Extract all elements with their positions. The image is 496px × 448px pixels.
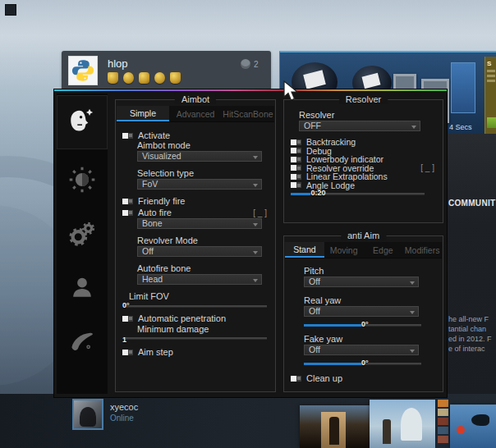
real-yaw-dropdown[interactable]: Off (304, 306, 419, 317)
players-person-icon (67, 273, 97, 303)
pitch-dropdown[interactable]: Off (304, 277, 419, 287)
chevron-down-icon (253, 279, 258, 282)
aimbot-panel: Aimbot Simple Advanced HitScanBone Activ… (115, 99, 276, 392)
profile-avatar[interactable] (68, 56, 98, 85)
real-yaw-value: 0° (361, 320, 369, 328)
mouse-cursor-icon (282, 80, 302, 103)
app-window-icon[interactable] (5, 4, 16, 16)
auto-fire-hotkey[interactable]: [ _ ] (253, 208, 267, 217)
python-logo-icon (71, 58, 95, 83)
gold-badge-icon[interactable] (154, 72, 165, 84)
community-section: COMMUNITY he all-new F tantial chan ed i… (448, 134, 496, 394)
resolver-dropdown[interactable]: OFF (299, 121, 420, 131)
lowerbody-indicator-checkbox[interactable] (291, 157, 301, 162)
gold-badge-icon[interactable] (170, 72, 181, 84)
activate-checkbox[interactable] (122, 133, 133, 139)
antiaim-tabbar: Stand Moving Edge Modifiers (285, 242, 442, 258)
sidebar-item-skins[interactable] (57, 315, 108, 369)
chevron-down-icon (410, 281, 415, 285)
resolver-override-hotkey[interactable]: [ _ ] (420, 163, 434, 172)
showcase-crate-item[interactable] (451, 62, 475, 113)
profile-card: hlop 2 (62, 51, 271, 90)
fake-yaw-slider[interactable]: 0° (304, 363, 421, 365)
gold-badge-icon[interactable] (139, 72, 149, 84)
resolver-override-checkbox[interactable] (291, 165, 301, 171)
auto-penetration-checkbox[interactable] (122, 316, 133, 322)
gold-badge-icon[interactable] (123, 72, 134, 84)
activate-label: Activate (138, 130, 170, 140)
fake-yaw-dropdown[interactable]: Off (304, 345, 419, 355)
limit-fov-value: 0° (122, 301, 130, 309)
aim-step-checkbox[interactable] (122, 350, 133, 355)
profile-name: hlop (108, 57, 128, 70)
aim-step-label: Aim step (138, 347, 173, 357)
friendly-fire-label: Friendly fire (138, 196, 185, 206)
chevron-down-icon (253, 156, 258, 159)
profile-count: 2 (241, 59, 259, 69)
pitch-label: Pitch (304, 266, 443, 276)
angle-lodge-value: 0:20 (310, 189, 325, 197)
menu-accent-gradient (54, 89, 447, 91)
sidebar-item-aimbot[interactable] (57, 95, 108, 149)
sidebar-item-visuals[interactable] (57, 153, 108, 207)
real-yaw-slider[interactable]: 0° (304, 324, 421, 327)
antiaim-panel-title: anti Aim (341, 231, 386, 240)
sidebar-item-misc[interactable] (57, 207, 108, 261)
side-panel-green-button[interactable] (487, 117, 496, 128)
chevron-down-icon (253, 251, 258, 254)
tab-advanced[interactable]: Advanced (169, 106, 222, 121)
clean-up-checkbox[interactable] (291, 376, 301, 382)
screenshot-thumbnail[interactable] (300, 405, 370, 448)
auto-fire-checkbox[interactable] (122, 210, 133, 216)
visuals-contrast-icon (67, 165, 97, 194)
gold-badge-icon[interactable] (108, 72, 118, 84)
tab-hitscanbone[interactable]: HitScanBone (222, 106, 274, 121)
antiaim-panel: anti Aim Stand Moving Edge Modifiers Pit… (283, 235, 443, 392)
screen: 4 Secs S COMMUNITY he all-new F tantial … (0, 0, 496, 448)
chevron-down-icon (411, 126, 416, 129)
friend-status: Online (110, 414, 134, 423)
debug-checkbox[interactable] (291, 148, 301, 153)
resolver-panel: Resolver Resolver OFF Backtracking Debug… (283, 99, 443, 223)
real-yaw-label: Real yaw (304, 295, 443, 305)
settings-gears-icon (67, 218, 98, 249)
autofire-bone-dropdown[interactable]: Head (137, 274, 262, 285)
auto-fire-bone-dropdown[interactable]: Bone (137, 218, 262, 229)
angle-lodge-slider[interactable]: 0:20 (291, 193, 425, 195)
tab-edge[interactable]: Edge (364, 242, 403, 258)
angle-lodge-checkbox[interactable] (291, 182, 301, 188)
screenshot-thumbnail[interactable] (370, 400, 435, 448)
avatar-image (80, 407, 96, 427)
selection-type-dropdown[interactable]: FoV (137, 179, 262, 190)
cheat-menu-window: Aimbot Simple Advanced HitScanBone Activ… (53, 89, 448, 398)
showcase-side-panel: S (485, 57, 496, 135)
aimbot-head-icon (67, 107, 98, 138)
side-panel-title: S (487, 60, 496, 67)
tab-moving[interactable]: Moving (324, 242, 364, 258)
friend-avatar[interactable] (72, 399, 103, 430)
backtracking-checkbox[interactable] (291, 139, 301, 145)
limit-fov-slider[interactable]: 0° (126, 305, 267, 308)
revolver-mode-dropdown[interactable]: Off (137, 246, 262, 257)
side-panel-text-line (487, 80, 495, 82)
aimbot-mode-dropdown[interactable]: Visualized (137, 151, 262, 162)
linear-extrapolations-checkbox[interactable] (291, 174, 301, 180)
fake-yaw-value: 0° (361, 359, 369, 367)
limit-fov-label: Limit FOV (129, 291, 275, 301)
chevron-down-icon (410, 350, 415, 353)
min-damage-slider[interactable]: 1 (126, 337, 267, 340)
aimbot-mode-label: Aimbot mode (137, 140, 275, 150)
tab-modifiers[interactable]: Modifiers (402, 242, 442, 258)
tab-simple[interactable]: Simple (117, 106, 169, 121)
tab-stand[interactable]: Stand (285, 242, 324, 258)
menu-sidebar (57, 94, 108, 394)
chevron-down-icon (410, 311, 415, 314)
min-damage-label: Minimum damage (137, 324, 275, 334)
friendly-fire-checkbox[interactable] (122, 199, 133, 204)
friend-name[interactable]: xyecoc (110, 402, 138, 412)
min-damage-value: 1 (122, 336, 126, 344)
sidebar-item-players[interactable] (57, 261, 108, 315)
inventory-icon-strip[interactable] (436, 398, 450, 448)
screenshot-thumbnail[interactable] (450, 405, 496, 448)
chevron-down-icon (253, 184, 258, 187)
